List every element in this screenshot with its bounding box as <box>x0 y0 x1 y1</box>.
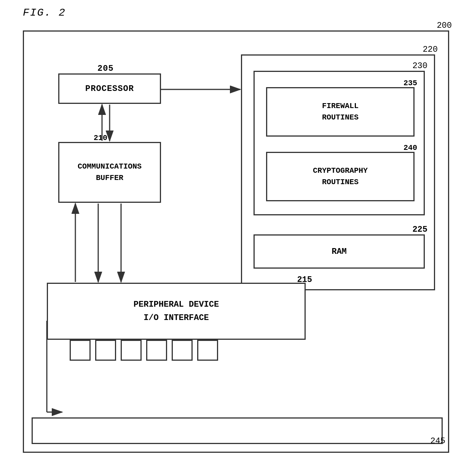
box-memory-outer: 220 230 235 FIREWALLROUTINES 240 CRYPTOG… <box>241 54 435 290</box>
label-220: 220 <box>423 45 438 54</box>
port-5 <box>172 340 193 361</box>
port-6 <box>197 340 218 361</box>
label-240: 240 <box>403 142 417 154</box>
label-215: 215 <box>297 273 312 287</box>
cryptography-text: CRYPTOGRAPHYROUTINES <box>313 165 368 188</box>
box-cryptography: 240 CRYPTOGRAPHYROUTINES <box>266 152 415 201</box>
label-205: 205 <box>97 64 114 73</box>
ram-text: RAM <box>332 247 347 256</box>
box-firewall: 235 FIREWALLROUTINES <box>266 87 415 137</box>
label-230: 230 <box>412 61 427 71</box>
peripheral-text: PERIPHERAL DEVICEI/O INTERFACE <box>134 298 219 325</box>
page: FIG. 2 200 205 PROCESSOR 210 COMMUNICATI… <box>0 0 472 476</box>
comm-buffer-text: COMMUNICATIONSBUFFER <box>78 161 142 184</box>
port-3 <box>121 340 142 361</box>
label-225: 225 <box>412 225 427 234</box>
box-ram: 225 RAM <box>254 234 425 269</box>
port-2 <box>95 340 116 361</box>
label-245: 245 <box>430 436 445 446</box>
processor-text: PROCESSOR <box>85 84 134 94</box>
label-200: 200 <box>437 21 452 30</box>
box-200: 200 205 PROCESSOR 210 COMMUNICATIONSBUFF… <box>23 30 449 453</box>
box-comm-buffer: 210 COMMUNICATIONSBUFFER <box>58 142 161 203</box>
label-235: 235 <box>403 78 417 89</box>
firewall-text: FIREWALLROUTINES <box>322 100 359 123</box>
figure-label: FIG. 2 <box>23 7 66 19</box>
box-peripheral: 215 PERIPHERAL DEVICEI/O INTERFACE <box>47 283 306 340</box>
box-processor: 205 PROCESSOR <box>58 73 161 104</box>
port-4 <box>146 340 167 361</box>
port-row <box>70 340 218 361</box>
label-210: 210 <box>94 132 107 144</box>
box-bus: 245 <box>32 417 443 444</box>
port-1 <box>70 340 91 361</box>
box-rom: 230 235 FIREWALLROUTINES 240 CRYPTOGRAPH… <box>254 71 425 215</box>
